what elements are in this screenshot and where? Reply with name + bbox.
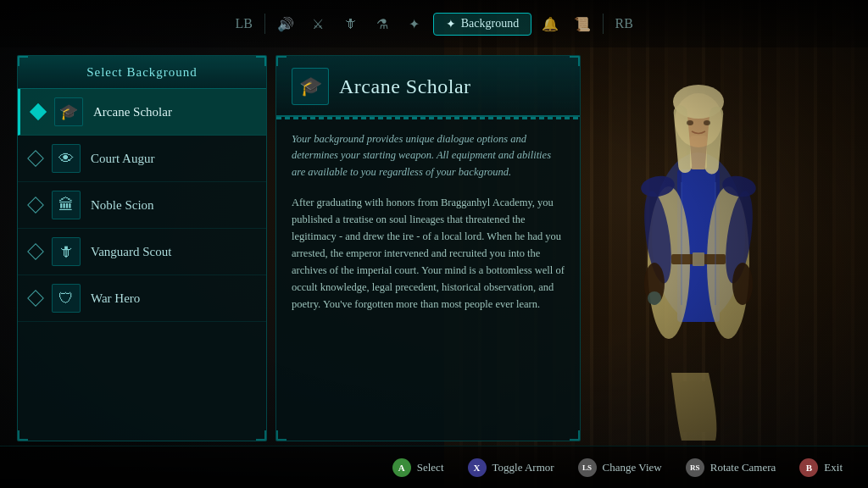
nav-abilities-icon[interactable]: 🗡 [337,10,364,37]
panel-header-text: Select Background [86,65,198,79]
action-rotate-camera-label: Rotate Camera [710,461,776,474]
nav-separator-1 [264,14,265,34]
detail-header: 🎓 Arcane Scholar [276,56,580,117]
nav-character-icon[interactable]: ⚔ [304,10,331,37]
item-icon-war: 🛡 [52,284,81,313]
detail-body: Your background provides unique dialogue… [276,119,580,436]
nav-background-tab[interactable]: ✦ Background [433,13,531,36]
nav-extra-icon[interactable]: 🔔 [537,10,564,37]
panel-header: Select Background [18,56,266,89]
nav-audio-icon[interactable]: 🔊 [272,10,299,37]
panel-corner-tr [256,56,266,66]
action-exit-label: Exit [824,461,843,474]
nav-lb-button[interactable]: LB [231,10,258,37]
btn-a-circle: A [392,458,411,477]
character-display [563,42,834,449]
nav-rb-button[interactable]: RB [610,10,637,37]
action-select-label: Select [417,461,444,474]
background-list: 🎓 Arcane Scholar 👁 Court Augur 🏛 Noble S… [18,89,266,322]
background-item-vanguard-scout[interactable]: 🗡 Vanguard Scout [18,229,266,275]
detail-corner-bl [276,430,287,441]
detail-title: Arcane Scholar [339,75,471,98]
svg-rect-6 [693,252,704,266]
action-exit[interactable]: B Exit [799,458,843,477]
svg-point-10 [732,263,753,305]
btn-rs-circle: RS [686,458,704,477]
detail-corner-tl [276,56,287,66]
action-change-view[interactable]: LS Change View [578,458,662,477]
item-diamond-noble [27,197,44,214]
background-selection-panel: Select Background 🎓 Arcane Scholar 👁 Cou… [17,55,267,441]
detail-lore-text: After graduating with honors from Bragga… [292,194,565,313]
item-diamond-arcane [30,103,47,120]
background-item-court-augur[interactable]: 👁 Court Augur [18,136,266,182]
item-label-noble: Noble Scion [91,198,154,213]
btn-b-circle: B [799,458,818,477]
item-icon-court: 👁 [52,144,81,173]
panel-corner-br [256,430,266,441]
nav-journal-icon[interactable]: 📜 [569,10,596,37]
action-change-view-label: Change View [603,461,662,474]
background-tab-icon: ✦ [446,17,456,31]
btn-x-circle: X [468,458,487,477]
nav-inventory-icon[interactable]: ⚗ [369,10,396,37]
background-item-war-hero[interactable]: 🛡 War Hero [18,275,266,322]
svg-point-22 [648,291,661,305]
item-label-arcane: Arcane Scholar [93,105,172,119]
background-tab-label: Background [461,17,519,30]
nav-separator-2 [603,14,604,34]
item-icon-arcane: 🎓 [54,97,83,126]
item-icon-vanguard: 🗡 [52,237,81,266]
detail-corner-br [570,430,580,441]
background-item-noble-scion[interactable]: 🏛 Noble Scion [18,182,266,229]
panel-corner-bl [18,430,28,441]
item-label-vanguard: Vanguard Scout [91,245,171,259]
background-item-arcane-scholar[interactable]: 🎓 Arcane Scholar [18,89,266,136]
detail-icon: 🎓 [292,68,329,105]
item-diamond-war [27,290,44,307]
action-select[interactable]: A Select [392,458,444,477]
item-icon-noble: 🏛 [52,191,81,219]
top-navigation: LB 🔊 ⚔ 🗡 ⚗ ✦ ✦ Background 🔔 📜 RB [0,0,868,47]
bottom-action-bar: A Select X Toggle Armor LS Change View R… [0,446,868,488]
svg-point-16 [687,120,693,125]
btn-ls-circle: LS [578,458,597,477]
item-diamond-court [27,150,44,167]
item-label-court: Court Augur [91,152,154,166]
panel-corner-tl [18,56,28,66]
action-toggle-armor[interactable]: X Toggle Armor [468,458,554,477]
background-detail-panel: 🎓 Arcane Scholar Your background provide… [275,55,581,441]
nav-magic-icon[interactable]: ✦ [401,10,428,37]
svg-point-17 [704,120,710,125]
action-rotate-camera[interactable]: RS Rotate Camera [686,458,776,477]
action-toggle-armor-label: Toggle Armor [492,461,554,474]
item-diamond-vanguard [27,243,44,260]
detail-intro-text: Your background provides unique dialogue… [292,131,565,180]
detail-corner-tr [570,56,580,66]
item-label-war: War Hero [91,291,140,306]
